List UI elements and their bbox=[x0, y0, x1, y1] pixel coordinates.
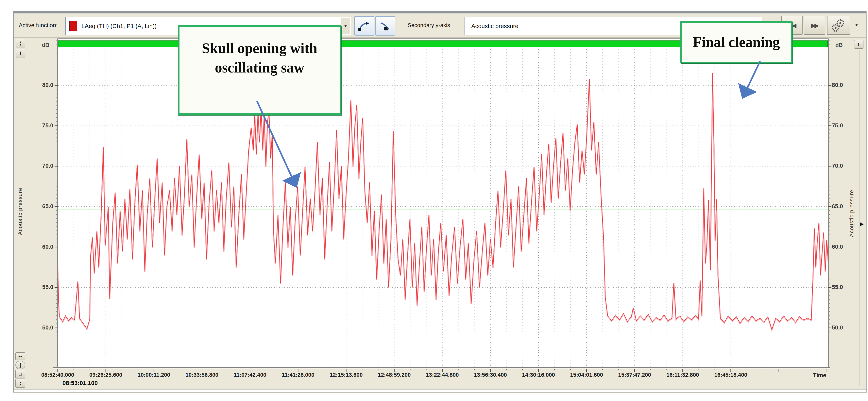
y-tick-label-right: 60.0 bbox=[832, 243, 856, 250]
x-axis-title: Time bbox=[790, 372, 826, 379]
y-tick-label-right: 50.0 bbox=[832, 324, 856, 331]
x-tick-label: 08:52:40.000 bbox=[32, 372, 84, 378]
cursor-tool-button[interactable]: I bbox=[16, 48, 25, 58]
db-unit-right: dB bbox=[835, 42, 843, 48]
x-axis-spinner[interactable]: ▲ ▼ bbox=[16, 379, 25, 388]
annotation-line: Final cleaning bbox=[693, 34, 780, 50]
db-unit-left: dB bbox=[42, 42, 49, 48]
annotation-line: oscillating saw bbox=[180, 58, 340, 77]
series-color-swatch bbox=[69, 21, 77, 31]
x-tick-label: 10:33:56.800 bbox=[176, 372, 228, 378]
arrow-down-right-icon bbox=[378, 19, 392, 33]
window-left-border bbox=[13, 11, 14, 393]
cursor-time-readout: 08:53:01.100 bbox=[62, 380, 98, 387]
x-tick-label: 12:15:13.600 bbox=[320, 372, 372, 378]
spinner-down-icon: ▼ bbox=[19, 43, 22, 46]
y-tick-label-right: 70.0 bbox=[832, 163, 856, 169]
y-axis-title-left: Acoustic pressure bbox=[17, 172, 23, 251]
spinner-down-icon: ▼ bbox=[19, 383, 22, 386]
app-window: Active function: LAeq (TH) (Ch1, P1 (A, … bbox=[0, 0, 868, 401]
y-tick-label-right: 75.0 bbox=[832, 122, 856, 129]
gears-icon bbox=[831, 19, 846, 32]
x-tick-label: 16:11:32.800 bbox=[657, 372, 709, 378]
x-tick-label: 10:00:11.200 bbox=[128, 372, 180, 378]
y-axis-title-right: Acoustic pressure bbox=[848, 174, 855, 253]
marker-display-button[interactable]: ■■ bbox=[16, 353, 25, 360]
zoom-box-button[interactable]: □ bbox=[16, 370, 25, 378]
fast-forward-icon: ▶▶ bbox=[811, 22, 818, 29]
annotation-final-cleaning: Final cleaning bbox=[680, 21, 793, 63]
window-right-border bbox=[866, 11, 867, 393]
marker-squares-icon: ■■ bbox=[19, 355, 22, 358]
secondary-axis-label: Secondary y-axis bbox=[408, 22, 450, 28]
active-function-dropdown-icon[interactable]: ▼ bbox=[341, 18, 350, 34]
x-tick-label: 13:22:44.800 bbox=[416, 372, 468, 378]
x-tick-label: 11:41:28.000 bbox=[272, 372, 324, 378]
window-top-border bbox=[13, 11, 867, 13]
scroll-right-icon: ▶ bbox=[860, 221, 864, 227]
annotation-line: Skull opening with bbox=[180, 39, 340, 58]
scroll-right-arrow[interactable]: ▶ bbox=[860, 221, 864, 227]
x-tick-label: 09:26:25.600 bbox=[80, 372, 132, 378]
y-tick-label-right: 55.0 bbox=[832, 284, 856, 290]
dropdown-icon: ▾ bbox=[855, 22, 858, 28]
secondary-axis-value: Acoustic pressure bbox=[471, 23, 518, 29]
time-history-plot[interactable] bbox=[50, 37, 832, 381]
scroll-strip-divider bbox=[859, 50, 860, 386]
y-tick-label-left: 70.0 bbox=[30, 163, 53, 169]
ibeam-icon: I bbox=[20, 51, 22, 56]
y-tick-label-left: 55.0 bbox=[30, 284, 53, 290]
settings-dropdown-button[interactable]: ▾ bbox=[851, 19, 862, 31]
y-axis-spinner[interactable]: ▲ ▼ bbox=[16, 39, 25, 48]
y-tick-label-left: 60.0 bbox=[30, 243, 53, 250]
cursor-next-marker-button[interactable] bbox=[375, 16, 395, 36]
y-tick-label-left: 50.0 bbox=[30, 324, 53, 331]
curve-mode-button[interactable]: ∫ bbox=[16, 361, 25, 369]
x-tick-label: 14:30:16.000 bbox=[513, 372, 564, 378]
square-icon: □ bbox=[19, 372, 22, 377]
fast-forward-button[interactable]: ▶▶ bbox=[804, 16, 825, 35]
y-tick-label-left: 75.0 bbox=[30, 122, 53, 129]
y-tick-label-left: 65.0 bbox=[30, 203, 53, 209]
active-function-value: LAeq (TH) (Ch1, P1 (A, Lin)) bbox=[82, 23, 157, 29]
y-tick-label-left: 80.0 bbox=[30, 82, 53, 88]
spinner-up-icon: ▲ bbox=[19, 381, 22, 383]
window-bottom-border bbox=[13, 390, 867, 390]
right-cursor-tool-button[interactable]: I bbox=[854, 40, 864, 48]
x-tick-label: 11:07:42.400 bbox=[224, 372, 276, 378]
curve-icon: ∫ bbox=[20, 362, 21, 368]
active-function-label: Active function: bbox=[19, 22, 58, 29]
x-tick-label: 13:56:30.400 bbox=[465, 372, 516, 378]
cursor-previous-marker-button[interactable] bbox=[354, 16, 374, 36]
spinner-up-icon: ▲ bbox=[19, 41, 22, 43]
ibeam-icon: I bbox=[858, 42, 860, 47]
window-bottom-edge bbox=[13, 392, 867, 393]
arrow-up-right-icon bbox=[358, 19, 371, 33]
x-tick-label: 15:37:47.200 bbox=[609, 372, 660, 378]
y-tick-label-right: 80.0 bbox=[832, 82, 856, 88]
annotation-skull-opening: Skull opening with oscillating saw bbox=[178, 25, 341, 115]
y-tick-label-right: 65.0 bbox=[832, 203, 856, 209]
x-tick-label: 15:04:01.600 bbox=[561, 372, 612, 378]
x-tick-label: 16:45:18.400 bbox=[705, 372, 757, 378]
x-tick-label: 12:48:59.200 bbox=[368, 372, 420, 378]
settings-button[interactable] bbox=[827, 16, 850, 35]
